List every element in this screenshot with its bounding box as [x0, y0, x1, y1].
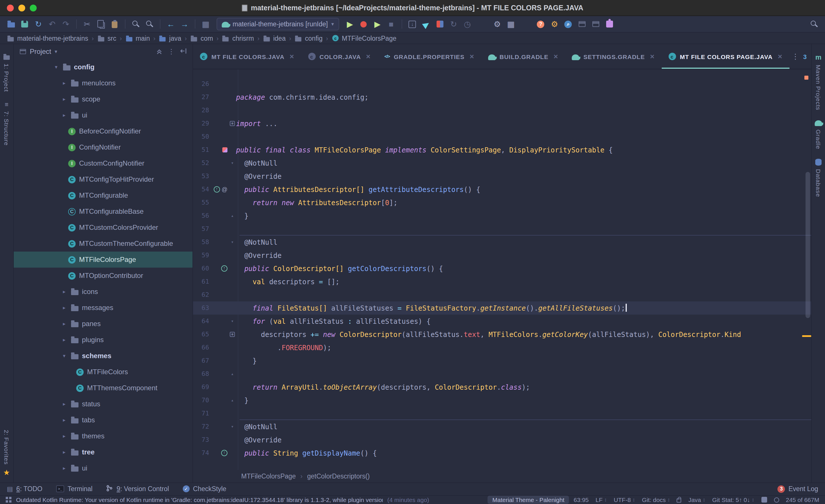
chevron-right-icon[interactable]: ▸: [61, 96, 68, 102]
tree-item-themes[interactable]: ▸themes: [14, 428, 193, 444]
chevron-right-icon[interactable]: ▸: [61, 305, 68, 310]
close-window-button[interactable]: [7, 4, 14, 11]
collapse-all-icon[interactable]: [156, 47, 163, 56]
settings-icon[interactable]: ⚙: [491, 18, 503, 30]
breadcrumb-item-java[interactable]: java: [158, 35, 182, 42]
close-tab-icon[interactable]: ×: [366, 52, 371, 61]
minimize-window-button[interactable]: [18, 4, 25, 11]
code-area[interactable]: 2627package com.chrisrm.idea.config;2829…: [193, 69, 811, 470]
tab-mt-file-colors-page-java[interactable]: cMT FILE COLORS PAGE.JAVA×: [661, 44, 789, 69]
breadcrumb-item-idea[interactable]: idea: [262, 35, 287, 42]
fold-region-end-icon[interactable]: ▴: [231, 398, 234, 403]
close-tab-icon[interactable]: ×: [290, 52, 294, 61]
code-line-74[interactable]: 74↑ public String getDisplayName() {: [193, 446, 811, 459]
close-tab-icon[interactable]: ×: [650, 52, 655, 61]
error-stripe-mark[interactable]: [804, 76, 808, 80]
chevron-down-icon[interactable]: ▾: [53, 64, 60, 70]
breadcrumb-item-config[interactable]: config: [294, 35, 324, 42]
chevron-right-icon[interactable]: ▸: [61, 337, 68, 343]
tool-window-button-event-log[interactable]: 3Event Log: [777, 485, 818, 493]
status-background-tasks[interactable]: [774, 497, 779, 502]
code-line-65[interactable]: 65+ descriptors += new ColorDescriptor(a…: [193, 328, 811, 341]
status-caret-position[interactable]: 63:95: [574, 496, 589, 503]
tree-item-tabs[interactable]: ▸tabs: [14, 412, 193, 428]
tree-item-panes[interactable]: ▸panes: [14, 316, 193, 332]
tree-item-scope[interactable]: ▸scope: [14, 91, 193, 107]
code-line-51[interactable]: 51public final class MTFileColorsPage im…: [193, 143, 811, 156]
stop-icon[interactable]: ■: [385, 18, 397, 30]
layout-editor-icon[interactable]: [576, 18, 588, 30]
fold-expand-icon[interactable]: +: [230, 332, 235, 337]
chevron-right-icon[interactable]: ▸: [61, 112, 68, 118]
tool-window-button-checkstyle[interactable]: ✓CheckStyle: [183, 485, 226, 492]
find-icon[interactable]: [130, 18, 142, 30]
code-line-64[interactable]: 64▾ for (val allFileStatus : allFileStat…: [193, 314, 811, 328]
code-line-69[interactable]: 69 return ArrayUtil.toObjectArray(descri…: [193, 380, 811, 394]
more-tabs-icon[interactable]: ⋮: [792, 52, 799, 61]
status-message[interactable]: Outdated Kotlin Runtime: Your version of…: [16, 496, 383, 503]
code-line-56[interactable]: 56▴ }: [193, 209, 811, 222]
tool-button-2-favorites[interactable]: 2: Favorites★: [3, 430, 10, 477]
history-icon[interactable]: ◷: [461, 18, 473, 30]
breadcrumb-item-main[interactable]: main: [124, 35, 151, 42]
status-inspections-profile[interactable]: [761, 497, 767, 503]
redo-icon[interactable]: ↷: [60, 18, 72, 30]
tree-item-customconfignotifier[interactable]: ICustomConfigNotifier: [14, 155, 193, 171]
hidden-tabs-count[interactable]: 3: [803, 53, 807, 60]
code-line-71[interactable]: 71: [193, 407, 811, 420]
zoom-window-button[interactable]: [30, 4, 37, 11]
tool-window-button-6-todo[interactable]: ▤6: TODO: [7, 485, 43, 493]
tree-item-beforeconfignotifier[interactable]: IBeforeConfigNotifier: [14, 123, 193, 139]
plugin-icon[interactable]: [603, 18, 616, 30]
chevron-right-icon[interactable]: ▸: [61, 401, 68, 407]
breadcrumb-item-mtfilecolorspage[interactable]: cMTFileColorsPage: [330, 34, 397, 42]
rerun-icon[interactable]: ↻: [447, 18, 460, 30]
run-coverage-icon[interactable]: ▶: [371, 18, 384, 30]
breadcrumb-item-chrisrm[interactable]: chrisrm: [221, 35, 255, 42]
tree-item-icons[interactable]: ▸icons: [14, 284, 193, 300]
tree-item-tree[interactable]: ▸tree: [14, 444, 193, 460]
code-line-57[interactable]: 57: [193, 222, 811, 235]
close-tab-icon[interactable]: ×: [778, 52, 782, 61]
code-line-28[interactable]: 28: [193, 104, 811, 117]
help-icon[interactable]: ?: [534, 18, 547, 30]
undo-icon[interactable]: ↶: [46, 18, 59, 30]
fold-expand-icon[interactable]: +: [230, 121, 235, 126]
override-gutter-icon[interactable]: ↑: [214, 186, 220, 193]
run-icon[interactable]: ▶: [344, 18, 356, 30]
tree-item-mtcustomcolorsprovider[interactable]: CMTCustomColorsProvider: [14, 219, 193, 235]
code-line-27[interactable]: 27package com.chrisrm.idea.config;: [193, 90, 811, 104]
breadcrumb-item-com[interactable]: com: [189, 35, 214, 42]
code-line-55[interactable]: 55 return new AttributesDescriptor[0];: [193, 196, 811, 209]
deploy-icon[interactable]: ▶: [420, 18, 432, 30]
tree-item-mtconfigtophitprovider[interactable]: CMTConfigTopHitProvider: [14, 171, 193, 188]
tool-button-maven-projects[interactable]: mMaven Projects: [815, 53, 822, 110]
chevron-right-icon[interactable]: ▸: [61, 465, 68, 471]
back-icon[interactable]: ←: [164, 18, 177, 30]
chevron-right-icon[interactable]: ▸: [61, 289, 68, 295]
modified-stripe-mark[interactable]: [802, 335, 811, 337]
tree-item-messages[interactable]: ▸messages: [14, 300, 193, 316]
theme-widget[interactable]: Material Theme - Palenight: [488, 496, 569, 504]
replace-icon[interactable]: [143, 18, 156, 30]
tab-mt-file-colors-java[interactable]: cMT FILE COLORS.JAVA×: [193, 44, 301, 69]
save-all-icon[interactable]: [18, 18, 31, 30]
status-git-branch[interactable]: Git: docs↕: [642, 496, 670, 503]
code-line-52[interactable]: 52▾ @NotNull: [193, 156, 811, 170]
tree-item-mtcustomthemeconfigurable[interactable]: CMTCustomThemeConfigurable: [14, 235, 193, 251]
chevron-right-icon[interactable]: ▸: [61, 417, 68, 423]
code-line-68[interactable]: 68▴: [193, 367, 811, 380]
editor-breadcrumb-item[interactable]: getColorDescriptors(): [307, 473, 370, 479]
view-mode-icon[interactable]: ▦: [505, 18, 517, 30]
tool-window-switcher-icon[interactable]: [6, 497, 11, 503]
tab-gradle-properties[interactable]: </>GRADLE.PROPERTIES×: [378, 44, 481, 69]
editor-breadcrumb-item[interactable]: MTFileColorsPage: [241, 473, 296, 479]
chevron-right-icon[interactable]: ▸: [61, 321, 68, 327]
paste-icon[interactable]: [108, 18, 121, 30]
tree-item-status[interactable]: ▸status: [14, 396, 193, 412]
fold-region-start-icon[interactable]: ▾: [231, 318, 234, 324]
code-line-63[interactable]: 63 final FileStatus[] allFileStatuses = …: [193, 301, 811, 314]
grid-icon[interactable]: ▦: [199, 18, 212, 30]
code-line-72[interactable]: 72▾ @NotNull: [193, 420, 811, 433]
fold-region-start-icon[interactable]: ▾: [231, 424, 234, 429]
